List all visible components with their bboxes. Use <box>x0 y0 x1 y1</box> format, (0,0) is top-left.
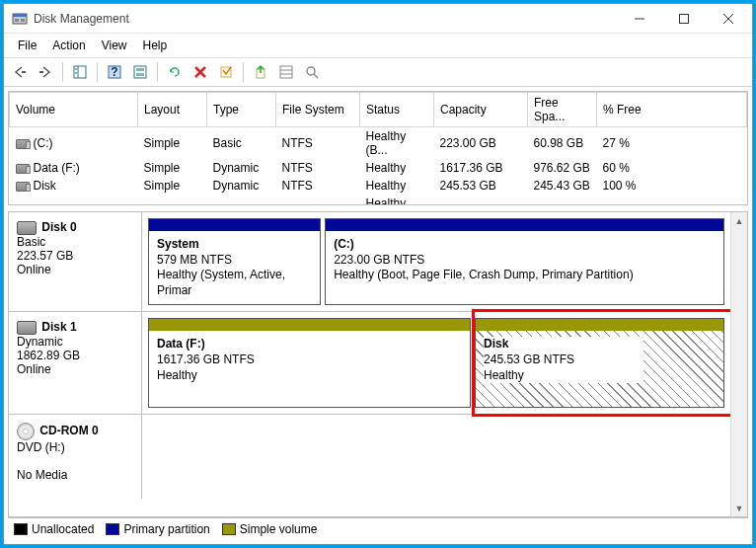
partition-status: Healthy <box>157 368 197 382</box>
svg-rect-23 <box>280 66 292 78</box>
disk-status: Online <box>17 362 51 376</box>
svg-text:?: ? <box>111 65 117 79</box>
disk-name: Disk 1 <box>41 320 76 334</box>
disk-status: No Media <box>17 468 67 482</box>
partition-disk[interactable]: Disk 245.53 GB NTFS Healthy <box>475 318 724 408</box>
volume-icon <box>16 164 30 174</box>
legend-swatch-primary <box>106 523 119 535</box>
partition-name: Data (F:) <box>157 337 205 351</box>
disk-type: DVD (H:) <box>17 440 65 454</box>
partition-status: Healthy <box>484 368 524 382</box>
disk-size: 1862.89 GB <box>17 349 80 362</box>
legend-label: Primary partition <box>123 522 209 536</box>
partition-system[interactable]: System 579 MB NTFS Healthy (System, Acti… <box>148 218 321 305</box>
back-button[interactable] <box>8 60 32 84</box>
svg-rect-13 <box>75 72 77 74</box>
volume-list[interactable]: Volume Layout Type File System Status Ca… <box>8 91 748 205</box>
vertical-scrollbar[interactable]: ▲ ▼ <box>730 212 747 516</box>
svg-rect-17 <box>136 68 144 71</box>
col-status[interactable]: Status <box>360 93 434 127</box>
legend: Unallocated Primary partition Simple vol… <box>8 517 748 540</box>
svg-rect-1 <box>13 14 27 17</box>
disk-graphical-view: Disk 0 Basic 223.57 GB Online System 579… <box>8 211 748 517</box>
disk-size: 223.57 GB <box>17 249 73 263</box>
toolbar: ? <box>4 57 752 87</box>
window-title: Disk Management <box>34 12 617 26</box>
partition-status: Healthy (System, Active, Primar <box>157 268 285 297</box>
disk-type: Basic <box>17 235 45 249</box>
forward-button[interactable] <box>34 60 57 84</box>
disk-name: Disk 0 <box>41 220 76 234</box>
table-row[interactable]: Data (F:)SimpleDynamicNTFSHealthy1617.36… <box>10 159 747 177</box>
disk-row-1[interactable]: Disk 1 Dynamic 1862.89 GB Online Data (F… <box>9 312 730 415</box>
cdrom-info: CD-ROM 0 DVD (H:) No Media <box>9 415 142 499</box>
menu-view[interactable]: View <box>96 37 133 54</box>
partition-data-f[interactable]: Data (F:) 1617.36 GB NTFS Healthy <box>148 318 471 408</box>
refresh-button[interactable] <box>163 60 187 84</box>
disk-status: Online <box>17 263 51 276</box>
legend-swatch-simple <box>222 523 236 535</box>
table-row[interactable]: (C:)SimpleBasicNTFSHealthy (B...223.00 G… <box>10 127 747 160</box>
close-button[interactable] <box>706 5 750 33</box>
settings-button[interactable] <box>128 60 152 84</box>
svg-rect-12 <box>75 68 77 70</box>
maximize-button[interactable] <box>661 5 706 33</box>
delete-button[interactable] <box>189 60 212 84</box>
export-button[interactable] <box>249 60 272 84</box>
col-layout[interactable]: Layout <box>138 93 207 127</box>
disk-row-cdrom[interactable]: CD-ROM 0 DVD (H:) No Media <box>9 415 730 499</box>
partition-size: 223.00 GB NTFS <box>334 253 424 267</box>
volume-icon <box>16 182 30 192</box>
legend-swatch-unallocated <box>14 523 28 535</box>
cdrom-icon <box>17 423 35 440</box>
partition-name: (C:) <box>334 237 354 251</box>
disk-0-info: Disk 0 Basic 223.57 GB Online <box>9 212 142 311</box>
properties-button[interactable] <box>214 60 238 84</box>
scroll-down-icon[interactable]: ▼ <box>731 500 747 516</box>
svg-rect-16 <box>134 66 146 78</box>
legend-label: Simple volume <box>240 522 318 536</box>
col-fs[interactable]: File System <box>276 93 360 127</box>
disk-row-0[interactable]: Disk 0 Basic 223.57 GB Online System 579… <box>9 212 730 312</box>
disk-management-window: Disk Management File Action View Help ? <box>3 3 753 545</box>
partition-size: 245.53 GB NTFS <box>484 352 574 366</box>
partition-size: 579 MB NTFS <box>157 253 232 267</box>
partition-name: Disk <box>484 337 508 351</box>
titlebar[interactable]: Disk Management <box>4 4 752 34</box>
disk-icon <box>17 321 37 335</box>
partition-status: Healthy (Boot, Page File, Crash Dump, Pr… <box>334 268 633 281</box>
svg-rect-2 <box>15 19 19 22</box>
minimize-button[interactable] <box>617 5 661 33</box>
disk-type: Dynamic <box>17 335 63 349</box>
svg-rect-9 <box>39 71 43 73</box>
partition-c[interactable]: (C:) 223.00 GB NTFS Healthy (Boot, Page … <box>325 218 724 305</box>
menu-help[interactable]: Help <box>137 37 174 54</box>
legend-label: Unallocated <box>32 522 94 536</box>
col-free[interactable]: Free Spa... <box>528 93 597 127</box>
scroll-up-icon[interactable]: ▲ <box>731 212 747 229</box>
app-icon <box>12 11 28 27</box>
disk-name: CD-ROM 0 <box>39 425 98 438</box>
list-view-button[interactable] <box>274 60 298 84</box>
svg-rect-5 <box>679 14 688 23</box>
menu-bar: File Action View Help <box>4 34 752 57</box>
svg-line-27 <box>314 74 318 78</box>
partition-size: 1617.36 GB NTFS <box>157 352 255 366</box>
disk-1-info: Disk 1 Dynamic 1862.89 GB Online <box>9 312 142 414</box>
partition-name: System <box>157 237 199 251</box>
menu-file[interactable]: File <box>12 37 42 54</box>
svg-rect-3 <box>21 19 25 22</box>
table-row[interactable]: DiskSimpleDynamicNTFSHealthy245.53 GB245… <box>10 177 747 195</box>
table-row[interactable]: SystemSimpleBasicNTFSHealthy (S...579 MB… <box>10 195 747 205</box>
svg-rect-18 <box>136 73 144 76</box>
col-type[interactable]: Type <box>207 93 276 127</box>
find-button[interactable] <box>300 60 324 84</box>
menu-action[interactable]: Action <box>46 37 91 54</box>
help-button[interactable]: ? <box>103 60 126 84</box>
show-hide-tree-button[interactable] <box>68 60 92 84</box>
col-capacity[interactable]: Capacity <box>434 93 528 127</box>
col-pct[interactable]: % Free <box>597 93 747 127</box>
svg-point-26 <box>307 67 315 75</box>
disk-icon <box>17 221 37 235</box>
col-volume[interactable]: Volume <box>10 93 138 127</box>
